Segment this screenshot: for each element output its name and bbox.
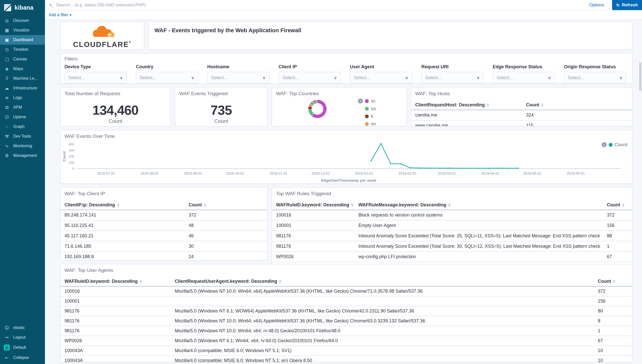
sidebar-item-default-space[interactable]: DDefault xyxy=(0,342,45,353)
dashboard-icon: ▣ xyxy=(4,37,10,42)
column-header[interactable]: ClientIP.ip: Descending xyxy=(60,200,189,210)
collapse-arrow-icon: ← xyxy=(4,355,10,360)
column-header[interactable]: Count xyxy=(526,100,632,110)
legend-dot xyxy=(365,122,369,126)
legend-item-it[interactable]: it xyxy=(365,113,376,119)
sidebar-item-elastic-user[interactable]: ☺elastic xyxy=(0,323,45,333)
sort-icon[interactable] xyxy=(613,280,615,283)
ml-icon: ⠿ xyxy=(4,76,10,81)
sort-icon[interactable] xyxy=(351,203,354,207)
total-requests-value: 134,460 xyxy=(60,103,170,118)
filter-country: Country Select...∨ xyxy=(136,64,198,84)
sort-icon[interactable] xyxy=(541,103,543,107)
column-header[interactable]: ClientRequestUserAgent.keyword: Descendi… xyxy=(175,277,598,286)
metric-count-label: Count xyxy=(175,118,267,124)
client-ip-select[interactable]: Select...∨ xyxy=(279,72,341,84)
column-header[interactable]: WAFRuleMessage.keyword: Descending xyxy=(358,200,607,210)
filter-request-uri: Request URI Select...∨ xyxy=(421,64,484,84)
sidebar-item-logs[interactable]: ≡Logs xyxy=(0,93,45,103)
table-row: 71.6.146.18530 xyxy=(60,241,267,252)
sidebar-item-label: Default xyxy=(13,345,26,350)
sidebar-item-label: Discover xyxy=(13,18,29,23)
sidebar-item-maps[interactable]: ◈Maps xyxy=(0,64,45,74)
sidebar-item-machine-learning[interactable]: ⠿Machine Le... xyxy=(0,74,45,83)
column-header[interactable]: WAFRuleID.keyword: Descending xyxy=(272,200,358,210)
table-row: 100043AMozilla/4.0 (compatible; MSIE 6.0… xyxy=(60,346,632,356)
column-header[interactable]: Count xyxy=(189,200,267,210)
legend-item-vn[interactable]: vn xyxy=(365,121,376,126)
panel-filters: Filters Device Type Select...∨ Country S… xyxy=(60,53,632,84)
countries-donut-chart[interactable] xyxy=(308,100,327,118)
device-type-select[interactable]: Select...∨ xyxy=(65,72,127,84)
filter-device-type: Device Type Select...∨ xyxy=(65,64,127,84)
column-header[interactable]: Count xyxy=(607,200,632,210)
sidebar-item-management[interactable]: ⚙Management xyxy=(0,151,45,160)
logs-icon: ≡ xyxy=(4,95,10,100)
sidebar-item-infrastructure[interactable]: ☁Infrastructure xyxy=(0,83,45,93)
svg-text:2019-04-01: 2019-04-01 xyxy=(481,171,500,175)
sidebar-item-label: Management xyxy=(13,153,37,158)
top-client-ip-table: ClientIP.ip: Descending Count 89.248.174… xyxy=(60,200,267,260)
legend-expand-icon[interactable]: › xyxy=(358,98,363,104)
panel-title: WAF Events Triggered xyxy=(175,88,267,96)
panel-top-client-ip: WAF: Top Client IP ClientIP.ip: Descendi… xyxy=(60,187,267,260)
column-header[interactable]: WAFRuleID.keyword: Descending xyxy=(60,277,175,286)
chevron-down-icon: ∨ xyxy=(263,75,266,80)
sort-icon[interactable] xyxy=(448,203,451,207)
sort-icon[interactable] xyxy=(279,280,281,283)
sort-icon[interactable] xyxy=(204,203,206,207)
edge-response-status-select[interactable]: Select...∨ xyxy=(493,72,555,84)
sidebar-item-visualize[interactable]: ▦Visualize xyxy=(0,25,45,35)
panel-title: WAF: Top Client IP xyxy=(60,188,267,196)
options-button[interactable]: Options xyxy=(584,3,609,8)
hostname-select[interactable]: Select...∨ xyxy=(207,72,269,84)
search-box: >_ Options xyxy=(45,0,610,10)
kibana-logo-row[interactable]: kibana xyxy=(0,0,45,16)
dashboard-title: WAF - Events triggered by the Web Applic… xyxy=(149,22,632,39)
sidebar-item-graph[interactable]: ∴Graph xyxy=(0,122,45,131)
origin-response-status-select[interactable]: Select...∨ xyxy=(564,72,626,84)
refresh-button[interactable]: ↻ Refresh xyxy=(612,0,642,10)
svg-text:400: 400 xyxy=(69,142,74,146)
request-uri-select[interactable]: Select...∨ xyxy=(421,72,484,84)
sidebar-item-timelion[interactable]: ◷Timelion xyxy=(0,45,45,54)
legend-item-us[interactable]: us xyxy=(365,106,376,111)
sort-icon[interactable] xyxy=(117,203,119,207)
legend-item-sc[interactable]: › sc xyxy=(358,98,376,104)
sort-icon[interactable] xyxy=(487,103,489,107)
column-header[interactable]: ClientRequestHost: Descending xyxy=(411,100,526,110)
sidebar-item-label: Logout xyxy=(13,335,26,340)
sidebar-item-discover[interactable]: ◎Discover xyxy=(0,16,45,25)
page-scrollbar-track xyxy=(638,20,642,364)
search-input[interactable] xyxy=(56,3,581,8)
table-row: 100001156 xyxy=(60,296,632,306)
sidebar-item-label: Machine Le... xyxy=(13,76,38,81)
sidebar-item-canvas[interactable]: ▢Canvas xyxy=(0,54,45,64)
country-select[interactable]: Select...∨ xyxy=(136,72,198,84)
panel-title: WAF: Top Hosts xyxy=(411,88,632,96)
sidebar-item-dashboard[interactable]: ▣Dashboard xyxy=(0,35,45,45)
sidebar-item-logout[interactable]: ↪Logout xyxy=(0,333,45,342)
sidebar-item-uptime[interactable]: ☑Uptime xyxy=(0,112,45,122)
table-row: 981176Inbound Anomaly Score Exceeded (To… xyxy=(272,231,632,241)
canvas-icon: ▢ xyxy=(4,57,10,62)
sidebar-item-dev-tools[interactable]: ⚒Dev Tools xyxy=(0,131,45,141)
svg-text:2019-05-01: 2019-05-01 xyxy=(523,171,541,175)
legend-dot xyxy=(365,99,369,103)
sidebar-item-collapse[interactable]: ←Collapse xyxy=(0,353,45,362)
page-scrollbar-thumb[interactable] xyxy=(639,62,641,91)
panel-title: WAF: Top User Agents xyxy=(60,264,632,273)
sidebar-item-apm[interactable]: ⧉APM xyxy=(0,103,45,112)
apm-icon: ⧉ xyxy=(4,105,10,110)
add-filter-link[interactable]: Add a filter+ xyxy=(49,12,72,18)
table-row: 192.169.188.824 xyxy=(60,252,267,260)
sidebar-item-label: Dashboard xyxy=(13,38,33,42)
sort-icon[interactable] xyxy=(622,203,624,207)
user-agent-select[interactable]: Select...∨ xyxy=(350,72,412,84)
column-header[interactable]: Count xyxy=(598,277,632,286)
sort-icon[interactable] xyxy=(139,280,142,283)
sidebar-item-monitoring[interactable]: ∿Monitoring xyxy=(0,141,45,151)
events-line-chart: 01002003004002018-07-012018-08-012018-09… xyxy=(62,139,631,184)
table-row: 45.117.160.2146 xyxy=(60,231,267,241)
filter-client-ip: Client IP Select...∨ xyxy=(279,64,341,84)
